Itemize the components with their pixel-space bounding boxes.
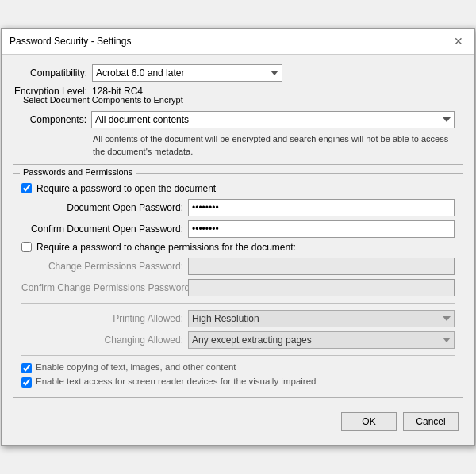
divider [21, 303, 455, 304]
close-button[interactable]: ✕ [451, 33, 466, 49]
button-row: OK Cancel [13, 406, 463, 436]
printing-row: Printing Allowed: High Resolution [21, 310, 455, 327]
require-open-row: Require a password to open the document [21, 183, 455, 194]
passwords-section-title: Passwords and Permissions [20, 167, 136, 177]
enable-copy-checkbox[interactable] [21, 363, 32, 373]
doc-open-password-row: Document Open Password: [21, 199, 455, 216]
require-change-label: Require a password to change permissions… [36, 242, 296, 253]
changing-label: Changing Allowed: [21, 334, 188, 346]
divider2 [21, 355, 455, 356]
components-section: Select Document Components to Encrypt Co… [13, 101, 463, 165]
confirm-open-password-label: Confirm Document Open Password: [21, 224, 188, 235]
require-open-label: Require a password to open the document [36, 183, 216, 194]
components-content: Components: All document contents All co… [21, 111, 455, 158]
require-change-checkbox[interactable] [21, 242, 32, 252]
passwords-content: Require a password to open the document … [21, 183, 455, 388]
components-section-title: Select Document Components to Encrypt [20, 95, 186, 105]
compatibility-label: Compatibility: [13, 67, 92, 78]
require-open-checkbox[interactable] [21, 183, 32, 193]
require-change-row: Require a password to change permissions… [21, 242, 455, 253]
cancel-button[interactable]: Cancel [403, 412, 459, 431]
doc-open-password-label: Document Open Password: [21, 202, 188, 213]
enable-copy-label: Enable copying of text, images, and othe… [36, 362, 236, 372]
ok-button[interactable]: OK [341, 412, 397, 431]
confirm-open-password-row: Confirm Document Open Password: [21, 220, 455, 238]
changing-row: Changing Allowed: Any except extracting … [21, 331, 455, 349]
changing-select[interactable]: Any except extracting pages [188, 331, 455, 349]
enable-copy-row: Enable copying of text, images, and othe… [21, 362, 455, 373]
change-perm-password-row: Change Permissions Password: [21, 258, 455, 275]
printing-select[interactable]: High Resolution [188, 310, 455, 327]
components-label: Components: [21, 114, 91, 125]
title-bar: Password Security - Settings ✕ [2, 29, 474, 55]
dialog-body: Compatibility: Acrobat 6.0 and later Enc… [2, 55, 474, 445]
confirm-change-password-label: Confirm Change Permissions Password: [21, 282, 188, 293]
components-row: Components: All document contents [21, 111, 455, 128]
enable-access-checkbox[interactable] [21, 377, 32, 388]
change-perm-password-input[interactable] [188, 258, 455, 275]
enable-access-label: Enable text access for screen reader dev… [36, 377, 316, 386]
doc-open-password-input[interactable] [188, 199, 455, 216]
change-perm-password-label: Change Permissions Password: [21, 261, 188, 272]
passwords-section: Passwords and Permissions Require a pass… [13, 173, 463, 398]
confirm-open-password-input[interactable] [188, 220, 455, 238]
confirm-change-password-input[interactable] [188, 279, 455, 296]
compatibility-row: Compatibility: Acrobat 6.0 and later [13, 64, 463, 82]
printing-label: Printing Allowed: [21, 313, 188, 324]
confirm-change-password-row: Confirm Change Permissions Password: [21, 279, 455, 296]
password-security-dialog: Password Security - Settings ✕ Compatibi… [1, 28, 475, 446]
enable-access-row: Enable text access for screen reader dev… [21, 377, 455, 388]
dialog-title: Password Security - Settings [10, 36, 131, 47]
components-description: All contents of the document will be enc… [93, 133, 455, 158]
compatibility-select[interactable]: Acrobat 6.0 and later [92, 64, 282, 82]
components-select[interactable]: All document contents [91, 111, 455, 128]
